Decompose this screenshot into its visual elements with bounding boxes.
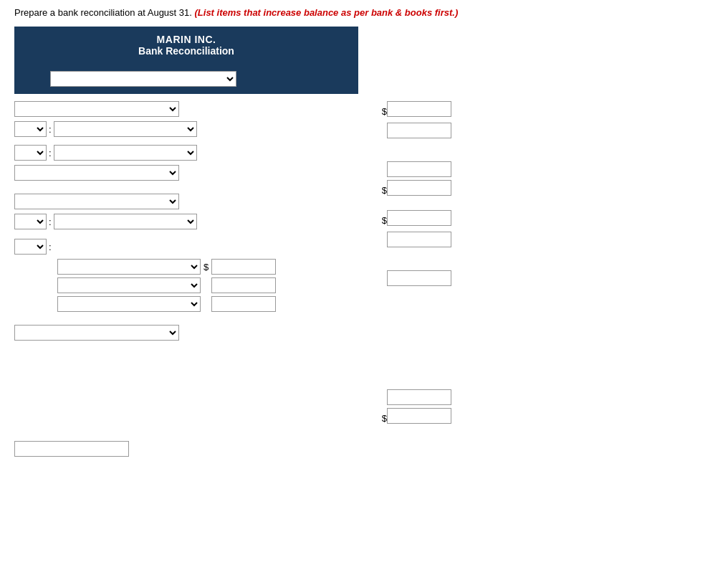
instruction-italic: (List items that increase balance as per… <box>195 7 459 18</box>
amount-bank-balance[interactable] <box>387 101 451 117</box>
row-adjusted-books <box>14 325 287 341</box>
select-sign-2[interactable] <box>14 145 47 161</box>
dollar-sign-4: $ <box>382 413 387 424</box>
amount-book-less[interactable] <box>387 270 451 286</box>
row-book-balance-label <box>14 194 287 209</box>
select-desc-3[interactable] <box>54 214 197 229</box>
select-sign-1[interactable] <box>14 121 47 137</box>
header-box: MARIN INC. Bank Reconciliation <box>14 27 358 67</box>
dollar-sign-sub-1: $ <box>203 262 209 272</box>
dollar-sign-2: $ <box>382 185 387 196</box>
right-row-7 <box>308 270 451 286</box>
row-adjusted-bank <box>14 165 287 181</box>
dollar-sign-3: $ <box>382 215 387 226</box>
select-sub-2[interactable] <box>57 277 201 293</box>
sub-row-3: $ <box>57 296 287 312</box>
main-container: : : <box>14 101 714 427</box>
select-sign-3[interactable] <box>14 214 47 229</box>
header-dropdown-row <box>14 67 358 94</box>
amount-pre-final[interactable] <box>387 389 451 405</box>
amount-book-add[interactable] <box>387 232 451 247</box>
row-bank-balance-label <box>14 101 287 117</box>
section-adjusted-books <box>14 325 287 341</box>
bottom-row <box>14 441 714 457</box>
instruction-text: Prepare a bank reconciliation at August … <box>14 7 714 18</box>
right-row-1: $ <box>308 101 451 117</box>
select-sign-4[interactable] <box>14 239 47 255</box>
colon-4: : <box>49 242 52 252</box>
right-col: $ $ $ <box>308 101 451 427</box>
right-row-8 <box>308 389 451 405</box>
right-row-4: $ <box>308 180 451 196</box>
bottom-input-1[interactable] <box>14 441 129 457</box>
select-sub-3[interactable] <box>57 296 201 312</box>
input-sub-amount-3[interactable] <box>211 296 276 312</box>
section-book-balance: : <box>14 194 287 229</box>
amount-adjusted-bank[interactable] <box>387 180 451 196</box>
sub-section: $ $ $ <box>57 259 287 312</box>
row-deposit-in-transit: : <box>14 121 287 137</box>
amount-book-balance[interactable] <box>387 210 451 226</box>
input-sub-amount-1[interactable] <box>211 259 276 275</box>
select-desc-1[interactable] <box>54 121 197 137</box>
right-row-5: $ <box>308 210 451 226</box>
select-adjusted-books[interactable] <box>14 325 179 341</box>
select-adjusted-bank[interactable] <box>14 165 179 181</box>
amount-adjusted-books[interactable] <box>387 408 451 424</box>
input-sub-amount-2[interactable] <box>211 277 276 293</box>
select-book-balance[interactable] <box>14 194 179 209</box>
colon-3: : <box>49 217 52 227</box>
right-row-3 <box>308 161 451 177</box>
sub-row-2: $ <box>57 277 287 293</box>
colon-2: : <box>49 148 52 158</box>
amount-deposit[interactable] <box>387 123 451 138</box>
select-bank-balance[interactable] <box>14 101 179 117</box>
row-book-add: : <box>14 214 287 229</box>
right-row-9: $ <box>308 408 451 424</box>
colon-1: : <box>49 124 52 135</box>
right-row-2 <box>308 123 451 138</box>
row-less-label: : <box>14 239 287 255</box>
row-outstanding-checks: : <box>14 145 287 161</box>
amount-outstanding[interactable] <box>387 161 451 177</box>
left-col: : : <box>14 101 287 427</box>
select-sub-1[interactable] <box>57 259 201 275</box>
doc-title: Bank Reconciliation <box>29 45 344 57</box>
dollar-sign-1: $ <box>382 106 387 117</box>
select-desc-2[interactable] <box>54 145 197 161</box>
sub-row-1: $ <box>57 259 287 275</box>
section-less: : $ $ <box>14 239 287 312</box>
section-bank-balance: : : <box>14 101 287 181</box>
company-name: MARIN INC. <box>29 34 344 45</box>
date-select[interactable] <box>50 71 236 87</box>
right-row-6 <box>308 232 451 247</box>
